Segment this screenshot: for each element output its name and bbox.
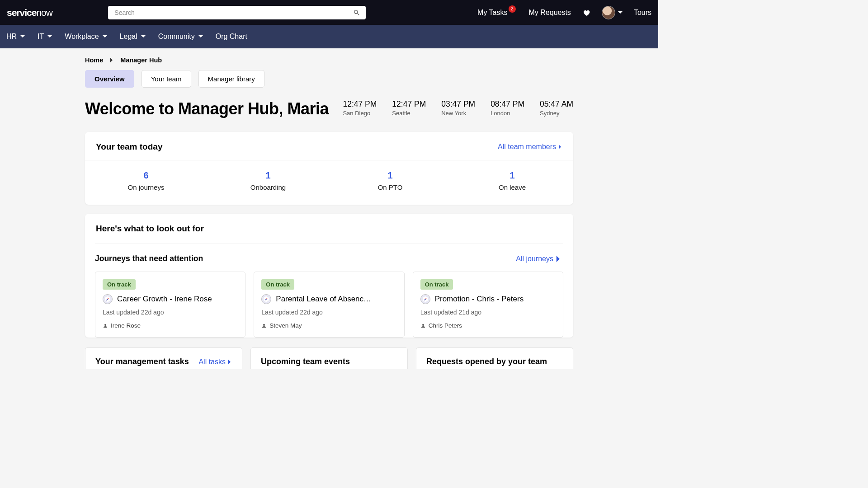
stat-label: Onboarding [207,183,329,191]
tabs: OverviewYour teamManager library [85,70,573,88]
favorites-icon[interactable] [582,9,590,17]
my-requests-link[interactable]: My Requests [529,9,571,17]
compass-icon [261,294,271,304]
world-clocks: 12:47 PMSan Diego12:47 PMSeattle03:47 PM… [343,99,573,117]
page-content: Home Manager Hub OverviewYour teamManage… [85,48,573,369]
all-journeys-link[interactable]: All journeys [516,255,561,263]
clock-city: Sydney [540,110,573,117]
my-tasks-badge: 2 [509,5,516,13]
nav-label: HR [6,33,17,41]
heading-row: Welcome to Manager Hub, Maria 12:47 PMSa… [85,99,573,118]
avatar [602,6,615,19]
stat-number: 1 [451,170,573,181]
clock-time: 08:47 PM [491,99,524,109]
my-tasks-label: My Tasks [477,9,507,17]
nav-item-org-chart[interactable]: Org Chart [216,33,247,41]
navbar: HRITWorkplaceLegalCommunityOrg Chart [0,25,658,48]
chevron-right-icon [558,145,562,149]
team-today-title: Your team today [96,142,162,152]
clock-time: 12:47 PM [392,99,426,109]
chevron-right-icon [555,256,561,262]
team-events-card: Upcoming team events [250,347,408,369]
journey-updated: Last updated 22d ago [103,309,238,316]
stat-number: 1 [207,170,329,181]
stat-label: On PTO [329,183,451,191]
tab-your-team[interactable]: Your team [142,70,191,88]
journey-name: Promotion - Chris - Peters [435,295,524,304]
compass-icon [103,294,113,304]
top-right-nav: My Tasks 2 My Requests Tours [477,6,651,19]
person-icon [261,323,267,328]
nav-item-workplace[interactable]: Workplace [65,33,107,41]
my-requests-label: My Requests [529,9,571,17]
nav-item-hr[interactable]: HR [6,33,25,41]
clock-san-diego: 12:47 PMSan Diego [343,99,377,117]
journey-person-name: Irene Rose [111,322,141,329]
chevron-right-icon [227,360,232,364]
journey-card[interactable]: On trackCareer Growth - Irene RoseLast u… [95,272,245,338]
status-badge: On track [420,279,453,290]
page-title: Welcome to Manager Hub, Maria [85,99,329,118]
team-requests-title: Requests opened by your team [426,357,563,366]
all-journeys-label: All journeys [516,255,553,263]
chevron-down-icon [47,34,52,39]
nav-label: Legal [120,33,137,41]
all-tasks-label: All tasks [198,358,226,366]
journeys-title: Journeys that need attention [95,254,203,263]
management-tasks-title: Your management tasks [95,357,189,366]
clock-time: 05:47 AM [540,99,573,109]
journey-person-name: Chris Peters [429,322,462,329]
journey-updated: Last updated 21d ago [420,309,556,316]
tab-overview[interactable]: Overview [85,70,134,88]
clock-city: Seattle [392,110,426,117]
person-icon [420,323,426,328]
bottom-row: Your management tasks All tasks Upcoming… [85,347,573,369]
topbar: servicenow My Tasks 2 My Requests Tours [0,0,658,25]
nav-item-legal[interactable]: Legal [120,33,146,41]
logo[interactable]: servicenow [7,7,52,18]
compass-icon [420,294,430,304]
clock-seattle: 12:47 PMSeattle [392,99,426,117]
clock-city: London [491,110,524,117]
team-stats: 6On journeys1Onboarding1On PTO1On leave [85,160,573,205]
global-search [108,6,366,19]
journey-card[interactable]: On trackParental Leave of Absenc…Last up… [254,272,404,338]
stat-on-journeys[interactable]: 6On journeys [85,170,207,191]
stat-on-leave[interactable]: 1On leave [451,170,573,191]
search-icon[interactable] [353,9,360,16]
clock-london: 08:47 PMLondon [491,99,524,117]
journey-person: Irene Rose [103,322,238,329]
journey-updated: Last updated 22d ago [261,309,396,316]
nav-item-it[interactable]: IT [38,33,52,41]
nav-label: Community [158,33,195,41]
nav-label: Workplace [65,33,99,41]
stat-onboarding[interactable]: 1Onboarding [207,170,329,191]
search-input[interactable] [108,6,366,19]
all-tasks-link[interactable]: All tasks [198,358,232,366]
tours-link[interactable]: Tours [634,9,651,17]
my-tasks-link[interactable]: My Tasks 2 [477,9,517,17]
breadcrumb-current: Manager Hub [120,56,162,64]
breadcrumb: Home Manager Hub [85,56,573,70]
chevron-down-icon [198,34,203,39]
journeys-section: Journeys that need attention All journey… [95,244,563,338]
clock-city: San Diego [343,110,377,117]
tab-manager-library[interactable]: Manager library [198,70,264,88]
journey-person-name: Steven May [269,322,302,329]
stat-on-pto[interactable]: 1On PTO [329,170,451,191]
clock-new-york: 03:47 PMNew York [441,99,475,117]
all-team-members-link[interactable]: All team members [498,143,562,151]
team-events-title: Upcoming team events [261,357,397,366]
journey-title-row: Parental Leave of Absenc… [261,294,396,304]
user-menu[interactable] [602,6,623,19]
nav-item-community[interactable]: Community [158,33,203,41]
journey-card[interactable]: On trackPromotion - Chris - PetersLast u… [413,272,563,338]
lookout-title: Here's what to look out for [96,224,204,234]
breadcrumb-home[interactable]: Home [85,56,103,64]
stat-label: On journeys [85,183,207,191]
chevron-down-icon [618,10,623,15]
clock-time: 03:47 PM [441,99,475,109]
team-today-card: Your team today All team members 6On jou… [85,132,573,205]
all-team-members-label: All team members [498,143,556,151]
clock-sydney: 05:47 AMSydney [540,99,573,117]
